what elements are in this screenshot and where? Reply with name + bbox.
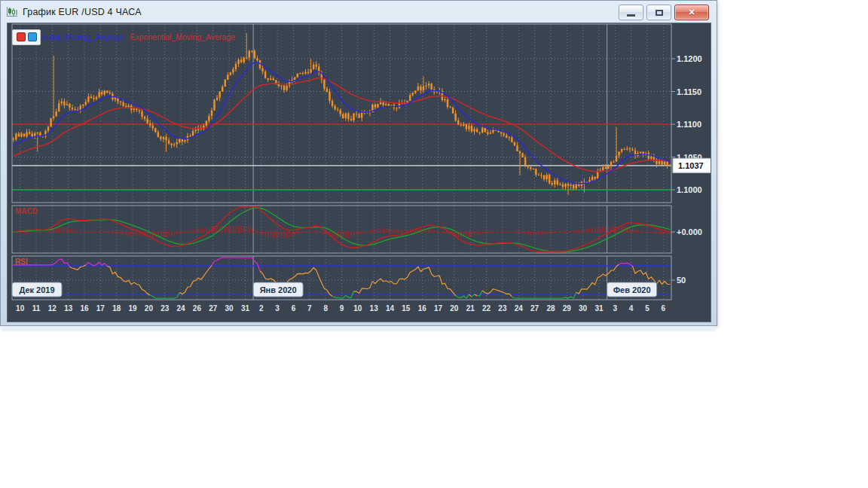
macd-panel [12,206,671,253]
label-text: 23 [498,304,507,313]
label-text: 6 [292,304,296,313]
label-text: 30 [225,304,234,313]
label-text: 10 [353,304,362,313]
maximize-icon [656,10,663,16]
panel-titles: MACDRSI [15,207,38,266]
label-text: 16 [80,304,89,313]
label-text: 50 [677,276,686,285]
label-text: 3 [275,304,280,313]
label-text: 24 [177,304,186,313]
label-text: 18 [112,304,121,313]
label-text: Янв 2020 [260,285,297,294]
ema-blue-swatch-icon [28,32,37,41]
label-text: 2 [259,304,264,313]
label-text: 6 [662,304,666,313]
label-text: 22 [482,304,491,313]
ema-red-swatch-icon [17,32,26,41]
label-text: 13 [370,304,379,313]
panel-borders [12,24,671,300]
label-text: 19 [128,304,137,313]
label-text: 21 [466,304,475,313]
indicator-legend[interactable]: ential_Moving_Average Exponential_Moving… [12,29,235,44]
label-text: Дек 2019 [19,285,54,294]
label-text: 11 [32,304,41,313]
close-icon: ✕ [688,8,695,17]
legend-ema-slow-label: Exponential_Moving_Average [130,32,235,41]
label-text: 9 [340,304,344,313]
label-text: 15 [402,304,411,313]
label-text: 1.1200 [677,54,702,63]
label-text: 8 [323,304,328,313]
label-text: RSI [15,258,28,266]
legend-ema-fast-label: ential_Moving_Average [41,32,124,41]
label-text: 20 [145,304,154,313]
label-text: 20 [450,304,459,313]
close-button[interactable]: ✕ [674,5,709,20]
label-text: 29 [563,304,572,313]
current-price-tag: 1.1037 [673,158,711,172]
label-text: Фев 2020 [613,285,651,294]
label-text: 4 [629,304,634,313]
legend-color-box[interactable] [12,29,41,45]
page-background-strip [2,326,716,331]
chart-client-area[interactable]: 1.12001.11501.11001.10501.1000+0.000501.… [7,23,711,322]
label-text: 10 [16,304,25,313]
label-text: 13 [64,304,73,313]
chart-window: График EUR /USD 4 ЧАСА ✕ 1.12001.11501.1… [0,0,717,326]
label-text: 1.1037 [678,161,704,170]
titlebar[interactable]: График EUR /USD 4 ЧАСА ✕ [1,1,717,23]
label-text: 23 [160,304,170,313]
label-text: 1.1100 [677,120,701,129]
grid-lines [12,24,671,300]
label-text: 17 [434,304,443,313]
label-text: 3 [613,304,618,313]
label-text: 31 [241,304,250,313]
label-text: MACD [15,207,38,215]
macd-plot [12,207,671,252]
x-axis-labels: 1011121316171819202324262730312367891013… [16,304,665,313]
label-text: 7 [307,304,312,313]
label-text: 24 [515,304,524,313]
label-text: 30 [579,304,588,313]
label-text: 12 [48,304,57,313]
label-text: 17 [96,304,105,313]
label-text: 14 [386,304,395,313]
label-text: 1.1000 [677,185,702,194]
label-text: 16 [418,304,427,313]
label-text: 1.1150 [677,87,701,96]
maximize-button[interactable] [646,5,671,20]
minimize-button[interactable] [619,5,643,20]
chart-canvas[interactable]: 1.12001.11501.11001.10501.1000+0.000501.… [8,23,711,322]
label-text: 5 [645,304,649,313]
label-text: 26 [193,304,202,313]
minimize-icon [627,14,635,17]
main-price-panel [12,24,671,203]
label-text: +0.000 [677,227,702,236]
candlestick-chart-icon [6,6,18,18]
label-text: 28 [546,304,555,313]
window-title: График EUR /USD 4 ЧАСА [23,7,142,17]
label-text: 31 [594,304,604,313]
label-text: 27 [209,304,218,313]
label-text: 27 [530,304,539,313]
